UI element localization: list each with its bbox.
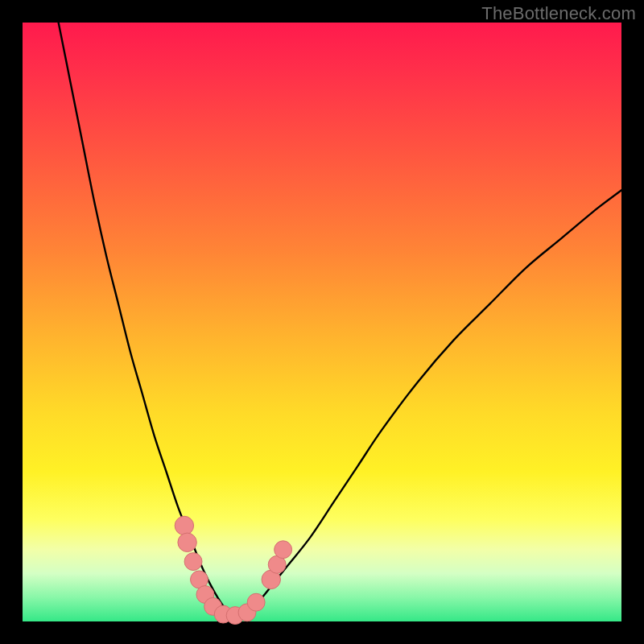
plot-area — [23, 23, 621, 621]
marker-dot — [175, 516, 193, 535]
marker-dot — [184, 553, 202, 571]
marker-dot — [275, 541, 292, 559]
bottleneck-curve-path — [59, 23, 621, 616]
watermark-text: TheBottleneck.com — [481, 3, 636, 24]
marker-group — [175, 516, 291, 624]
chart-svg — [23, 23, 621, 621]
marker-dot — [247, 593, 265, 611]
marker-dot — [178, 533, 196, 551]
outer-frame: TheBottleneck.com — [0, 0, 644, 644]
